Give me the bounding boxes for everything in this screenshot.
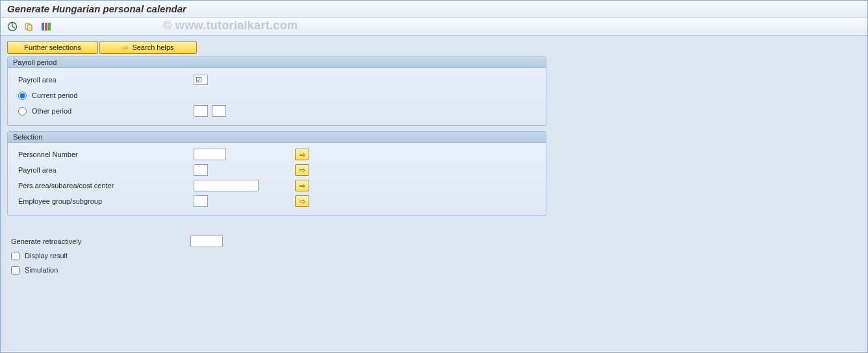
svg-rect-4 <box>45 23 47 30</box>
search-helps-label: Search helps <box>132 43 173 51</box>
further-selections-label: Further selections <box>24 43 81 51</box>
arrow-right-icon: ⇨ <box>122 44 128 51</box>
emp-group-input[interactable] <box>194 195 208 207</box>
arrow-right-icon: ⇨ <box>300 151 305 158</box>
content-area: Further selections ⇨ Search helps Payrol… <box>1 36 867 351</box>
display-result-checkbox[interactable] <box>11 252 19 260</box>
current-period-label: Current period <box>32 91 77 99</box>
other-period-to-input[interactable] <box>212 105 226 117</box>
further-selections-button[interactable]: Further selections <box>7 41 98 54</box>
sap-selection-screen: Generate Hungarian personal calendar © w… <box>0 0 868 353</box>
pers-area-label: Pers.area/subarea/cost center <box>14 182 157 189</box>
arrow-right-icon: ⇨ <box>300 167 305 174</box>
dynamic-selections-row: Further selections ⇨ Search helps <box>7 41 861 54</box>
personnel-number-input[interactable] <box>194 149 226 160</box>
payroll-period-group: Payroll period Payroll area ☑ Current pe… <box>7 56 546 126</box>
payroll-area-sel-label: Payroll area <box>14 166 157 174</box>
selection-title: Selection <box>8 132 546 143</box>
payroll-area-f4-input[interactable]: ☑ <box>194 75 208 85</box>
pers-area-input[interactable] <box>194 180 259 191</box>
pers-area-multi-button[interactable]: ⇨ <box>295 180 309 191</box>
other-period-from-input[interactable] <box>194 105 208 117</box>
search-helps-button[interactable]: ⇨ Search helps <box>99 41 197 54</box>
svg-rect-5 <box>48 23 51 30</box>
other-period-radio[interactable] <box>18 107 27 116</box>
arrow-right-icon: ⇨ <box>300 198 305 205</box>
emp-group-multi-button[interactable]: ⇨ <box>295 195 309 207</box>
display-result-label: Display result <box>25 252 68 260</box>
get-variant-icon[interactable] <box>24 21 34 32</box>
options-section: Generate retroactively Display result Si… <box>7 232 546 280</box>
emp-group-label: Employee group/subgroup <box>14 197 157 205</box>
other-period-label: Other period <box>32 107 71 115</box>
svg-rect-3 <box>42 23 44 30</box>
generate-retro-label: Generate retroactively <box>11 237 154 245</box>
app-toolbar: © www.tutorialkart.com <box>1 18 867 36</box>
personnel-number-multi-button[interactable]: ⇨ <box>295 149 309 160</box>
arrow-right-icon: ⇨ <box>300 182 305 189</box>
simulation-checkbox[interactable] <box>11 266 19 274</box>
simulation-label: Simulation <box>25 266 58 274</box>
svg-rect-2 <box>27 25 32 30</box>
watermark-text: © www.tutorialkart.com <box>163 19 298 32</box>
payroll-period-title: Payroll period <box>8 57 546 68</box>
payroll-area-label: Payroll area <box>14 76 157 84</box>
page-title: Generate Hungarian personal calendar <box>1 1 867 18</box>
generate-retro-input[interactable] <box>190 236 223 247</box>
payroll-area-multi-button[interactable]: ⇨ <box>295 164 309 176</box>
execute-icon[interactable] <box>7 21 18 32</box>
selection-group: Selection Personnel Number ⇨ Payroll are… <box>7 131 546 216</box>
payroll-area-sel-input[interactable] <box>194 164 208 176</box>
current-period-radio[interactable] <box>18 91 27 100</box>
selection-options-icon[interactable] <box>41 21 51 32</box>
personnel-number-label: Personnel Number <box>14 151 157 158</box>
